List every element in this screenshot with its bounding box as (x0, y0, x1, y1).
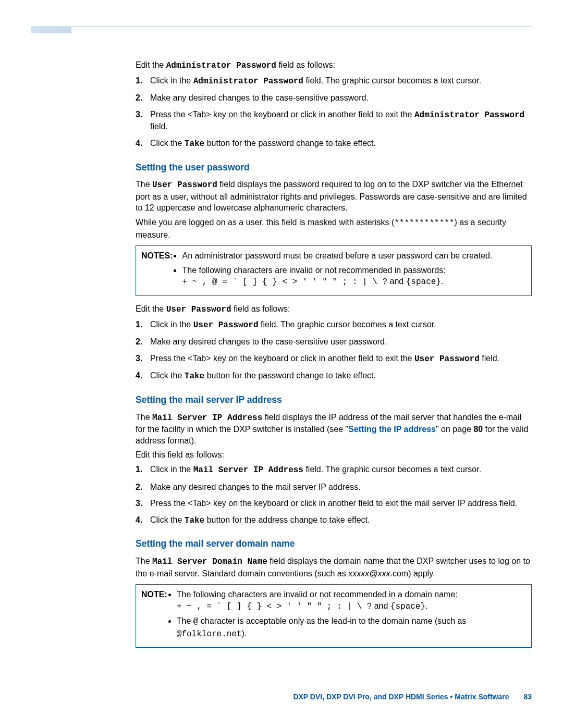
top-rule (31, 26, 532, 33)
text: The (136, 557, 152, 565)
text: While you are logged on as a user, this … (136, 218, 394, 227)
step-2: 2. Make any desired changes to the case-… (136, 92, 532, 104)
text: field. (150, 122, 168, 131)
text: An administrator password must be create… (182, 251, 492, 260)
step-3: 3. Press the <Tab> key on the keyboard o… (136, 109, 532, 132)
note-item: The @ character is acceptable only as th… (177, 615, 526, 640)
text: field. The graphic cursor becomes a text… (259, 320, 436, 329)
heading-user-password: Setting the user password (136, 162, 532, 174)
heading-mail-domain: Setting the mail server domain name (136, 538, 532, 550)
step-4: 4. Click the Take button for the address… (136, 514, 532, 527)
admin-pw-intro: Edit the Administrator Password field as… (136, 59, 532, 72)
heading-mail-ip: Setting the mail server IP address (136, 394, 532, 406)
text: field as follows: (276, 60, 335, 69)
text: Click the (150, 515, 185, 524)
note-label: NOTE: (141, 589, 169, 643)
code: User Password (152, 180, 217, 190)
text: Make any desired changes to the case-sen… (150, 337, 387, 346)
mail-ip-p2: Edit this field as follows: (136, 449, 532, 461)
notes-box: NOTES: An administrator password must be… (136, 245, 532, 296)
link-setting-ip[interactable]: Setting the IP address (348, 425, 436, 434)
step-2: 2. Make any desired changes to the mail … (136, 482, 532, 493)
text: Click the (150, 139, 185, 147)
step-1: 1. Click in the Administrator Password f… (136, 75, 532, 88)
mail-ip-steps: 1. Click in the Mail Server IP Address f… (136, 464, 532, 526)
text: " on page (436, 425, 473, 434)
text: field. The graphic cursor becomes a text… (303, 465, 481, 474)
text: . (425, 601, 427, 610)
code: Mail Server Domain Name (152, 557, 267, 566)
user-pw-p2: While you are logged on as a user, this … (136, 217, 532, 240)
text: The following characters are invalid or … (182, 266, 445, 275)
footer-text: DXP DVI, DXP DVI Pro, and DXP HDMI Serie… (293, 693, 509, 701)
text: Press the <Tab> key on the keyboard or c… (150, 354, 414, 363)
user-pw-p1: The User Password field displays the pas… (136, 179, 532, 214)
text: Make any desired changes to the mail ser… (150, 483, 360, 491)
text: and (387, 277, 406, 286)
user-pw-steps: 1. Click in the User Password field. The… (136, 319, 532, 382)
code: User Password (166, 305, 231, 314)
code: @folklore.net (177, 630, 242, 639)
step-2: 2. Make any desired changes to the case-… (136, 336, 532, 348)
text: character is acceptable only as the lead… (198, 616, 466, 625)
step-3: 3. Press the <Tab> key on the keyboard o… (136, 498, 532, 509)
step-number: 3. (136, 353, 142, 364)
step-number: 2. (136, 482, 142, 493)
notes-items: An administrator password must be create… (175, 250, 526, 291)
code: + ~ , @ = ` [ ] { } < > ' ' " " ; : | \ … (182, 277, 387, 287)
code: @ (193, 617, 199, 626)
text: field as follows: (231, 304, 290, 313)
text: Click the (150, 371, 185, 380)
code: Mail Server IP Address (193, 465, 303, 475)
text: The (136, 180, 152, 189)
text: Make any desired changes to the case-sen… (150, 93, 369, 102)
mail-domain-p1: The Mail Server Domain Name field displa… (136, 556, 532, 579)
code: User Password (414, 354, 480, 364)
step-4: 4. Click the Take button for the passwor… (136, 370, 532, 382)
code: Administrator Password (414, 110, 524, 120)
step-number: 4. (136, 370, 142, 381)
note-box: NOTE: The following characters are inval… (136, 584, 532, 648)
code: Take (185, 139, 204, 149)
notes-label: NOTES: (141, 250, 175, 291)
code: User Password (193, 320, 259, 330)
page-footer: DXP DVI, DXP DVI Pro, and DXP HDMI Serie… (293, 693, 532, 701)
text: field. The graphic cursor becomes a text… (303, 76, 481, 85)
note-item: The following characters are invalid or … (182, 265, 526, 288)
text: button for the address change to take ef… (204, 515, 370, 524)
text: The following characters are invalid or … (177, 590, 458, 599)
text: button for the password change to take e… (204, 371, 376, 380)
code: Administrator Password (166, 61, 276, 70)
text: ). (242, 629, 247, 638)
page-ref: 80 (473, 425, 483, 434)
text: field. (480, 354, 499, 363)
code: Mail Server IP Address (152, 413, 262, 423)
text: Press the <Tab> key on the keyboard or c… (150, 499, 517, 508)
text: Click in the (150, 320, 193, 329)
step-number: 3. (136, 498, 142, 509)
step-number: 3. (136, 109, 142, 120)
text: and (372, 601, 390, 610)
code: + ~ , = ` [ ] { } < > ' ' " " ; : | \ ? (177, 602, 372, 611)
step-number: 1. (136, 319, 142, 330)
text: . (441, 277, 443, 286)
code: {space} (390, 602, 425, 611)
step-4: 4. Click the Take button for the passwor… (136, 138, 532, 150)
note-item: The following characters are invalid or … (177, 589, 526, 612)
code: Take (185, 372, 204, 381)
text: .com) apply. (390, 569, 435, 578)
step-number: 1. (136, 75, 142, 87)
admin-pw-steps: 1. Click in the Administrator Password f… (136, 75, 532, 150)
code: {space} (406, 277, 441, 287)
text: Press the <Tab> key on the keyboard or c… (150, 110, 414, 119)
step-number: 2. (136, 336, 142, 348)
code: Administrator Password (193, 77, 303, 86)
step-3: 3. Press the <Tab> key on the keyboard o… (136, 353, 532, 365)
text: Click in the (150, 465, 193, 474)
code: ************ (394, 218, 454, 228)
step-1: 1. Click in the Mail Server IP Address f… (136, 464, 532, 476)
step-number: 1. (136, 464, 142, 475)
step-1: 1. Click in the User Password field. The… (136, 319, 532, 331)
user-pw-intro: Edit the User Password field as follows: (136, 303, 532, 316)
text: The (136, 413, 152, 422)
